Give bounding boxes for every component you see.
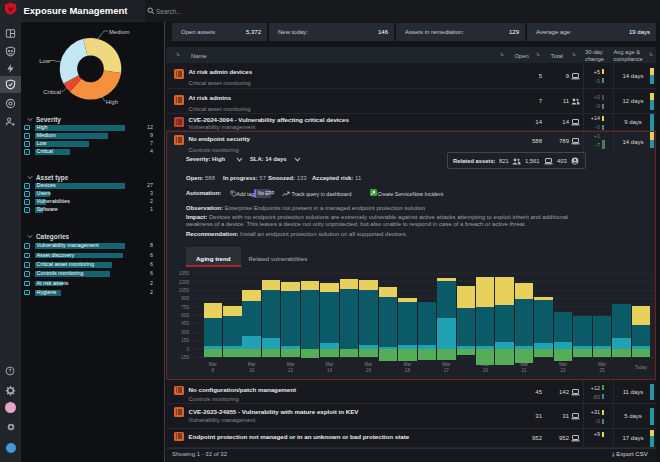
- svg-text:Mar: Mar: [442, 362, 450, 367]
- svg-text:Mar: Mar: [364, 362, 372, 367]
- svg-text:Mar: Mar: [248, 362, 256, 367]
- svg-text:25: 25: [599, 368, 605, 373]
- svg-text:900: 900: [181, 296, 189, 301]
- svg-text:Low: Low: [39, 58, 50, 64]
- svg-text:750: 750: [181, 305, 189, 310]
- svg-text:450: 450: [181, 321, 189, 326]
- svg-text:Mar: Mar: [287, 362, 295, 367]
- svg-text:21: 21: [522, 368, 528, 373]
- svg-text:18: 18: [405, 368, 411, 373]
- svg-text:Mar: Mar: [598, 362, 606, 367]
- svg-text:1050: 1050: [179, 288, 190, 293]
- svg-text:Mar: Mar: [559, 362, 567, 367]
- svg-text:300: 300: [181, 330, 189, 335]
- svg-text:Critical: Critical: [43, 89, 61, 95]
- svg-text:High: High: [106, 99, 118, 105]
- svg-text:Mar: Mar: [403, 362, 411, 367]
- svg-text:8: 8: [212, 368, 215, 373]
- svg-text:14: 14: [327, 368, 333, 373]
- svg-text:600: 600: [181, 313, 189, 318]
- svg-text:-150: -150: [180, 355, 190, 360]
- svg-text:Mar: Mar: [326, 362, 334, 367]
- svg-text:Mar: Mar: [520, 362, 528, 367]
- svg-text:0: 0: [186, 347, 189, 352]
- svg-text:Mar: Mar: [209, 362, 217, 367]
- svg-text:Mar: Mar: [481, 362, 489, 367]
- svg-text:23: 23: [560, 368, 566, 373]
- svg-text:19: 19: [483, 368, 489, 373]
- svg-text:150: 150: [181, 338, 189, 343]
- svg-text:Medium: Medium: [109, 29, 130, 35]
- svg-text:10: 10: [249, 368, 255, 373]
- svg-text:1200: 1200: [179, 280, 190, 285]
- svg-text:1350: 1350: [179, 271, 190, 276]
- svg-text:12: 12: [288, 368, 294, 373]
- svg-text:16: 16: [366, 368, 372, 373]
- svg-text:Today: Today: [635, 365, 648, 370]
- svg-text:17: 17: [444, 368, 450, 373]
